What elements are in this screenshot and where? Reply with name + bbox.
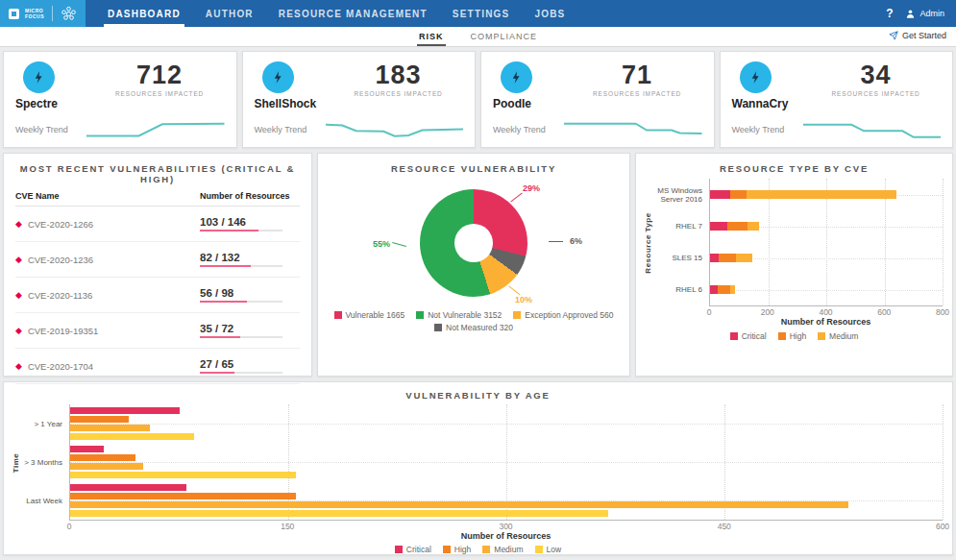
resource-progress-bar	[200, 230, 282, 231]
x-tick-label: 400	[819, 307, 832, 317]
bar-low	[70, 510, 608, 517]
category-label: > 3 Months	[13, 443, 69, 481]
table-body: ◆CVE-2020-1266103 / 146◆CVE-2020-123682 …	[15, 207, 300, 384]
bar-medium	[70, 425, 150, 431]
severity-diamond-icon: ◆	[15, 220, 22, 229]
resource-vulnerability-panel: RESOURCE VULNERABILITY 29%6%10%55% Vulne…	[317, 153, 630, 377]
brand-block[interactable]: MICROFOCUS	[0, 0, 86, 27]
bar-group	[70, 404, 943, 443]
paper-plane-icon	[889, 31, 898, 40]
resource-progress-bar	[200, 336, 282, 338]
bar-group	[70, 443, 943, 481]
x-axis-title: Number of Resources	[709, 317, 943, 329]
donut-leader-line	[549, 241, 563, 242]
tab-bar: RISKCOMPLIANCE Get Started	[0, 27, 956, 47]
severity-diamond-icon: ◆	[15, 362, 22, 371]
resource-count: 27 / 65	[200, 358, 300, 370]
x-axis-ticks: 0200400600800	[709, 306, 943, 317]
kpi-name: ShellShock	[255, 97, 334, 110]
nav-menu: DASHBOARDAUTHORRESOURCE MANAGEMENTSETTIN…	[95, 0, 577, 27]
category-label: MS Windows Server 2016	[646, 179, 709, 210]
microfocus-logo-icon	[9, 9, 19, 19]
y-axis-labels: MS Windows Server 2016RHEL 7SLES 15RHEL …	[646, 179, 709, 306]
x-axis-ticks: 0150300450600	[69, 521, 943, 531]
user-menu[interactable]: Admin	[905, 9, 944, 19]
kpi-value: 71	[573, 61, 702, 88]
table-row[interactable]: ◆CVE-2020-1266103 / 146	[15, 207, 300, 242]
get-started-link[interactable]: Get Started	[889, 31, 946, 40]
nav-item-resource-management[interactable]: RESOURCE MANAGEMENT	[266, 0, 440, 27]
chart-legend: CriticalHighMediumLow	[13, 545, 943, 554]
tab-compliance[interactable]: COMPLIANCE	[469, 29, 540, 46]
nav-item-dashboard[interactable]: DASHBOARD	[95, 0, 193, 27]
cve-name: CVE-2020-1136	[28, 290, 92, 301]
resource-progress-bar	[200, 372, 282, 374]
x-tick-label: 600	[936, 522, 949, 531]
y-axis-title: Resource Type	[644, 212, 652, 273]
resource-count: 56 / 98	[200, 287, 300, 299]
cve-name: CVE-2019-19351	[28, 326, 98, 336]
help-button[interactable]: ?	[886, 7, 893, 20]
severity-diamond-icon: ◆	[15, 291, 22, 300]
bar-segment-critical	[710, 285, 718, 294]
kpi-name: Poodle	[493, 97, 573, 110]
panel-title: VULNERABILITY BY AGE	[13, 390, 943, 401]
category-label: Last Week	[13, 481, 69, 520]
resource-count: 103 / 146	[200, 216, 300, 228]
kpi-caption: RESOURCES IMPACTED	[811, 90, 941, 97]
tab-risk[interactable]: RISK	[417, 29, 446, 46]
bar-row	[710, 242, 943, 274]
panel-title: RESOURCE VULNERABILITY	[328, 163, 620, 174]
table-row[interactable]: ◆CVE-2020-113656 / 98	[15, 278, 300, 313]
col-cve-name: CVE Name	[15, 191, 200, 201]
nav-item-settings[interactable]: SETTINGS	[440, 0, 523, 27]
x-tick-label: 600	[877, 307, 891, 317]
vulnerability-by-age-panel: VULNERABILITY BY AGE Time > 1 Year> 3 Mo…	[3, 381, 953, 555]
donut-legend: Vulnerable 1665Not Vulnerable 3152Except…	[328, 310, 620, 332]
bar-critical	[70, 484, 186, 491]
legend-item: Not Vulnerable 3152	[416, 310, 502, 320]
resource-progress-bar	[200, 301, 282, 303]
table-row[interactable]: ◆CVE-2020-123682 / 132	[15, 242, 300, 278]
brand-separator	[52, 6, 53, 21]
x-tick-label: 800	[936, 307, 949, 317]
kpi-value: 183	[333, 61, 463, 88]
bar-row	[710, 179, 943, 210]
bar-segment-medium	[730, 285, 735, 294]
donut-chart: 29%6%10%55%	[363, 182, 584, 304]
cve-name: CVE-2020-1266	[28, 219, 93, 230]
category-label: > 1 Year	[13, 404, 69, 443]
kpi-sparkline	[86, 117, 225, 142]
brand-text: MICROFOCUS	[25, 8, 44, 19]
panel-title: MOST RECENT VULNERABILITIES (CRITICAL & …	[15, 163, 300, 184]
kpi-card-wannacry[interactable]: WannaCry34RESOURCES IMPACTEDWeekly Trend	[720, 51, 954, 148]
nav-item-author[interactable]: AUTHOR	[193, 0, 266, 27]
table-row[interactable]: ◆CVE-2020-170427 / 65	[15, 349, 300, 384]
x-tick-label: 200	[761, 307, 774, 317]
cve-name: CVE-2020-1236	[28, 255, 93, 265]
bar-low	[70, 472, 296, 478]
top-nav: MICROFOCUS DASHBOARDAUTHORRESOURCE MANAG…	[0, 0, 956, 27]
recent-vulnerabilities-panel: MOST RECENT VULNERABILITIES (CRITICAL & …	[3, 153, 312, 377]
donut-ring	[420, 189, 527, 297]
kpi-card-spectre[interactable]: Spectre712RESOURCES IMPACTEDWeekly Trend	[3, 51, 237, 148]
bar-segment-critical	[710, 190, 730, 199]
category-label: SLES 15	[646, 242, 709, 274]
resource-count: 82 / 132	[200, 252, 300, 263]
dashboard-content: Spectre712RESOURCES IMPACTEDWeekly Trend…	[0, 47, 956, 559]
table-row[interactable]: ◆CVE-2019-1935135 / 72	[15, 313, 300, 349]
bar-high	[70, 454, 135, 461]
kpi-value: 712	[95, 61, 225, 88]
table-header: CVE Name Number of Resources	[15, 189, 300, 207]
kpi-card-poodle[interactable]: Poodle71RESOURCES IMPACTEDWeekly Trend	[480, 51, 715, 148]
kpi-card-shellshock[interactable]: ShellShock183RESOURCES IMPACTEDWeekly Tr…	[242, 51, 477, 148]
kpi-name: Spectre	[15, 97, 95, 110]
bar-critical	[70, 446, 104, 452]
threat-bolt-icon	[23, 61, 55, 93]
nav-item-jobs[interactable]: JOBS	[522, 0, 577, 27]
kpi-caption: RESOURCES IMPACTED	[573, 90, 702, 97]
bar-row	[710, 274, 943, 305]
panel-title: RESOURCE TYPE BY CVE	[646, 163, 943, 174]
chart-legend: CriticalHighMedium	[646, 331, 943, 341]
legend-item: Critical	[730, 331, 767, 341]
